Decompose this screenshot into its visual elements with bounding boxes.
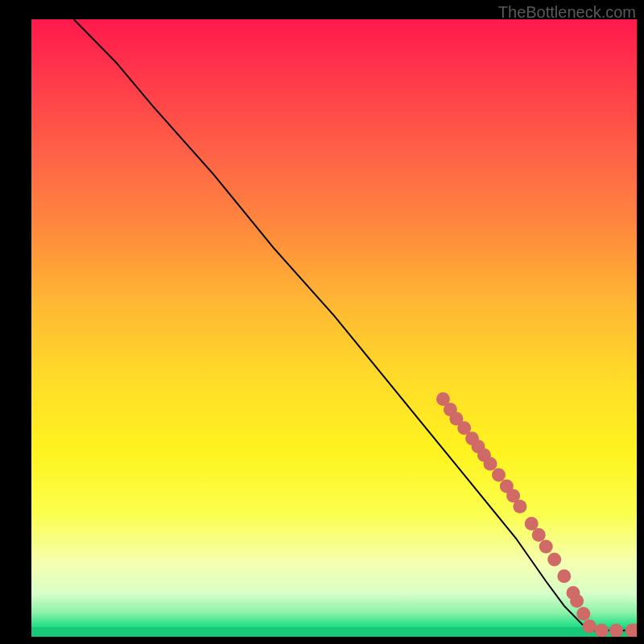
data-marker: [595, 624, 609, 637]
data-marker: [570, 594, 584, 608]
main-curve-line: [74, 19, 637, 630]
data-marker: [576, 607, 590, 621]
chart-frame: TheBottleneck.com: [0, 0, 644, 644]
data-marker: [539, 540, 553, 554]
data-marker: [609, 624, 623, 637]
data-marker: [484, 457, 497, 471]
marker-group: [436, 392, 637, 637]
plot-area: [31, 19, 637, 637]
data-marker: [513, 500, 526, 514]
data-marker: [557, 569, 571, 583]
watermark-text: TheBottleneck.com: [498, 3, 636, 22]
curve-svg: [31, 19, 637, 637]
data-marker: [492, 469, 506, 482]
data-marker: [547, 553, 561, 567]
data-marker: [532, 528, 546, 542]
data-marker: [583, 620, 597, 634]
